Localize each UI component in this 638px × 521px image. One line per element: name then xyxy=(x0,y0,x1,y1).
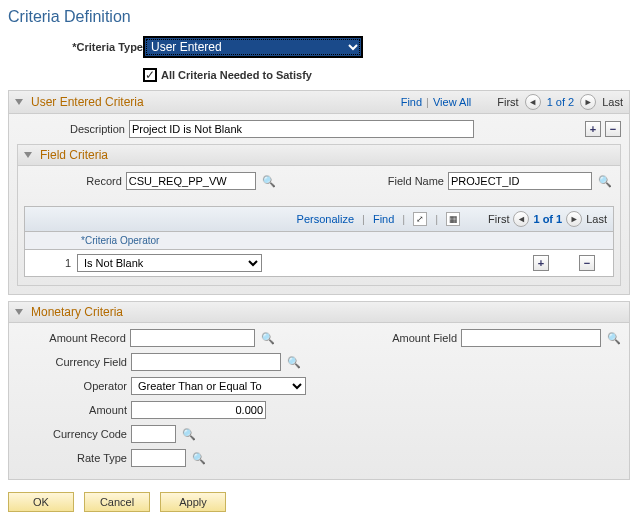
amount-field-label: Amount Field xyxy=(299,332,457,344)
currency-field-label: Currency Field xyxy=(17,356,127,368)
description-input[interactable] xyxy=(129,120,474,138)
collapse-icon[interactable] xyxy=(15,99,23,105)
row-delete-button[interactable]: − xyxy=(579,255,595,271)
add-row-button[interactable]: + xyxy=(585,121,601,137)
page-title: Criteria Definition xyxy=(8,8,638,26)
monetary-operator-select[interactable]: Greater Than or Equal To xyxy=(131,377,306,395)
lookup-icon[interactable]: 🔍 xyxy=(262,174,276,188)
amount-input[interactable] xyxy=(131,401,266,419)
separator: | xyxy=(426,96,429,108)
row-add-button[interactable]: + xyxy=(533,255,549,271)
lookup-icon[interactable]: 🔍 xyxy=(287,355,301,369)
rate-type-input[interactable] xyxy=(131,449,186,467)
grid-first: First xyxy=(488,213,509,225)
amount-field-input[interactable] xyxy=(461,329,601,347)
description-label: Description xyxy=(17,123,125,135)
zoom-icon[interactable]: ⤢ xyxy=(413,212,427,226)
next-button[interactable]: ► xyxy=(580,94,596,110)
user-entered-title: User Entered Criteria xyxy=(31,95,144,109)
operator-label: Operator xyxy=(17,380,127,392)
monetary-header: Monetary Criteria xyxy=(9,302,629,323)
criteria-type-select[interactable]: User Entered xyxy=(143,36,363,58)
download-icon[interactable]: ▦ xyxy=(446,212,460,226)
lookup-icon[interactable]: 🔍 xyxy=(607,331,621,345)
currency-code-label: Currency Code xyxy=(17,428,127,440)
user-entered-header: User Entered Criteria Find | View All Fi… xyxy=(9,91,629,114)
currency-code-input[interactable] xyxy=(131,425,176,443)
user-entered-section: User Entered Criteria Find | View All Fi… xyxy=(8,90,630,295)
record-input[interactable] xyxy=(126,172,256,190)
prev-button[interactable]: ◄ xyxy=(525,94,541,110)
collapse-icon[interactable] xyxy=(24,152,32,158)
record-label: Record xyxy=(26,175,122,187)
cancel-button[interactable]: Cancel xyxy=(84,492,150,512)
lookup-icon[interactable]: 🔍 xyxy=(192,451,206,465)
first-label: First xyxy=(497,96,518,108)
amount-record-input[interactable] xyxy=(130,329,255,347)
grid-next-button[interactable]: ► xyxy=(566,211,582,227)
lookup-icon[interactable]: 🔍 xyxy=(182,427,196,441)
delete-row-button[interactable]: − xyxy=(605,121,621,137)
all-criteria-label: All Criteria Needed to Satisfy xyxy=(161,69,312,81)
grid-counter: 1 of 1 xyxy=(533,213,562,225)
collapse-icon[interactable] xyxy=(15,309,23,315)
counter[interactable]: 1 of 2 xyxy=(547,96,575,108)
ok-button[interactable]: OK xyxy=(8,492,74,512)
last-label: Last xyxy=(602,96,623,108)
row-num: 1 xyxy=(31,257,71,269)
rate-type-label: Rate Type xyxy=(17,452,127,464)
personalize-link[interactable]: Personalize xyxy=(297,213,354,225)
operator-col-header: Criteria Operator xyxy=(81,235,159,246)
field-criteria-header: Field Criteria xyxy=(18,145,620,166)
grid-last: Last xyxy=(586,213,607,225)
lookup-icon[interactable]: 🔍 xyxy=(598,174,612,188)
field-criteria-title: Field Criteria xyxy=(40,148,108,162)
view-all-link[interactable]: View All xyxy=(433,96,471,108)
find-link[interactable]: Find xyxy=(401,96,422,108)
grid-find-link[interactable]: Find xyxy=(373,213,394,225)
lookup-icon[interactable]: 🔍 xyxy=(261,331,275,345)
monetary-section: Monetary Criteria Amount Record 🔍 Amount… xyxy=(8,301,630,480)
criteria-type-label: Criteria Type xyxy=(8,41,143,53)
all-criteria-checkbox[interactable]: ✓ xyxy=(143,68,157,82)
field-criteria-section: Field Criteria Record 🔍 Field Name 🔍 Per… xyxy=(17,144,621,286)
criteria-grid: Personalize | Find | ⤢ | ▦ First ◄ 1 of … xyxy=(24,206,614,277)
field-name-input[interactable] xyxy=(448,172,592,190)
apply-button[interactable]: Apply xyxy=(160,492,226,512)
operator-select[interactable]: Is Not Blank xyxy=(77,254,262,272)
button-bar: OK Cancel Apply xyxy=(8,492,630,512)
monetary-title: Monetary Criteria xyxy=(31,305,123,319)
amount-record-label: Amount Record xyxy=(17,332,126,344)
grid-prev-button[interactable]: ◄ xyxy=(513,211,529,227)
table-row: 1 Is Not Blank + − xyxy=(25,250,613,276)
amount-label: Amount xyxy=(17,404,127,416)
currency-field-input[interactable] xyxy=(131,353,281,371)
field-name-label: Field Name xyxy=(310,175,444,187)
